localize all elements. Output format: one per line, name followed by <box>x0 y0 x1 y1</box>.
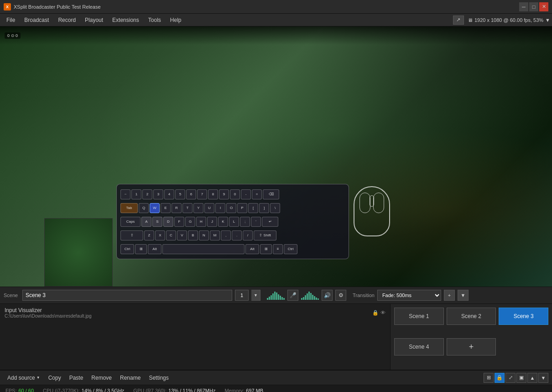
speaker-button[interactable]: 🔊 <box>322 290 333 301</box>
share-button[interactable]: ↗ <box>453 16 464 25</box>
mic-button[interactable]: 🎤 <box>287 290 298 301</box>
kb-j: J <box>207 217 217 227</box>
audio-settings-button[interactable]: ⚙ <box>335 290 346 301</box>
game-preview: 0 ⊙ 0 ~ 1 2 3 4 5 6 7 8 9 0 - = ⌫ <box>0 26 552 287</box>
hud-score: 0 ⊙ 0 <box>7 33 18 38</box>
preview-area: 0 ⊙ 0 ~ 1 2 3 4 5 6 7 8 9 0 - = ⌫ <box>0 26 552 287</box>
source-icons: 🔒 👁 <box>372 310 385 316</box>
move-down-button[interactable]: ▼ <box>538 373 548 383</box>
fps-stat: FPS: 60 / 60 <box>5 388 34 392</box>
menu-help[interactable]: Help <box>166 15 186 25</box>
kb-win-right: ⊞ <box>260 244 272 254</box>
audio-bar <box>276 293 277 300</box>
kb-row-3: Caps A S D F G H J K L ; ' ↵ <box>120 215 345 228</box>
scene-4-button[interactable]: Scene 4 <box>394 338 444 355</box>
expand-icon-button[interactable]: ⤢ <box>505 373 516 383</box>
kb-backspace: ⌫ <box>263 189 279 199</box>
copy-button[interactable]: Copy <box>45 373 65 382</box>
close-button[interactable]: ✕ <box>539 2 548 11</box>
audio-bar <box>267 298 268 300</box>
kb-a: A <box>141 217 151 227</box>
scene-2-button[interactable]: Scene 2 <box>447 308 496 325</box>
audio-bar <box>271 295 272 300</box>
menu-bar: File Broadcast Record Playout Extensions… <box>0 14 552 26</box>
scene-3-button[interactable]: Scene 3 <box>499 308 548 325</box>
scenes-panel: Scene 1 Scene 2 Scene 3 Scene 4 + <box>390 304 552 370</box>
cpu-label: CPU (i7-3770K): <box>43 388 80 392</box>
settings-button[interactable]: Settings <box>145 373 172 382</box>
menu-record[interactable]: Record <box>53 15 80 25</box>
transition-label: Transition <box>353 293 375 298</box>
restore-button[interactable]: □ <box>529 2 538 11</box>
transition-select[interactable]: Fade: 500ms Cut Stinger <box>377 290 441 301</box>
source-eye-icon[interactable]: 👁 <box>380 310 385 316</box>
resolution-dropdown[interactable]: ▼ <box>545 17 550 23</box>
game-hud-top: 0 ⊙ 0 <box>0 26 552 45</box>
source-toolbar: Add source ▼ Copy Paste Remove Rename Se… <box>0 370 552 385</box>
kb-d: D <box>163 217 173 227</box>
kb-s: S <box>152 217 162 227</box>
kb-9: 9 <box>219 189 229 199</box>
svg-point-5 <box>57 272 60 275</box>
audio-bar <box>312 295 313 300</box>
add-source-caret: ▼ <box>36 376 40 380</box>
kb-f: F <box>174 217 184 227</box>
menu-tools[interactable]: Tools <box>144 15 166 25</box>
fps-label: FPS: <box>5 388 16 392</box>
lock-icon-button[interactable]: 🔒 <box>495 373 505 383</box>
kb-g: G <box>185 217 195 227</box>
gpu-label: GPU (R7 360): <box>133 388 167 392</box>
audio-bar <box>274 292 276 300</box>
kb-row-1: ~ 1 2 3 4 5 6 7 8 9 0 - = ⌫ <box>120 188 345 200</box>
kb-b: B <box>188 230 198 240</box>
mouse-overlay <box>354 186 390 236</box>
kb-v: V <box>177 230 187 240</box>
mouse-scroll-wheel <box>370 195 374 207</box>
menu-extensions[interactable]: Extensions <box>108 15 144 25</box>
minimize-button[interactable]: ─ <box>519 2 528 11</box>
kb-minus: - <box>241 189 251 199</box>
menu-broadcast[interactable]: Broadcast <box>20 15 53 25</box>
mouse-left-button <box>359 193 370 213</box>
kb-slash: / <box>243 230 253 240</box>
kb-m: M <box>210 230 220 240</box>
transition-more-button[interactable]: ▼ <box>458 290 469 301</box>
mouse-right-button <box>373 193 384 213</box>
kb-c: C <box>166 230 176 240</box>
scene-number-dropdown[interactable]: ▼ <box>251 290 260 301</box>
cpu-value: 14% / 8% / 3.5GHz <box>82 388 125 392</box>
add-source-button[interactable]: Add source ▼ <box>4 373 44 382</box>
app-icon: X <box>4 3 11 10</box>
svg-point-2 <box>71 254 73 256</box>
scene-name-input[interactable] <box>22 290 232 301</box>
source-name: Input Visualizer <box>5 307 370 314</box>
audio-bar <box>305 295 306 300</box>
kb-6: 6 <box>186 189 196 199</box>
scene-1-button[interactable]: Scene 1 <box>394 308 444 325</box>
kb-k: K <box>218 217 228 227</box>
kb-r: R <box>172 203 182 213</box>
group-icon-button[interactable]: ⊞ <box>484 373 494 383</box>
audio-bar <box>280 296 281 300</box>
move-up-button[interactable]: ▲ <box>527 373 537 383</box>
status-bar: FPS: 60 / 60 CPU (i7-3770K): 14% / 8% / … <box>0 385 552 392</box>
paste-button[interactable]: Paste <box>66 373 87 382</box>
menu-playout[interactable]: Playout <box>80 15 108 25</box>
title-bar: X XSplit Broadcaster Public Test Release… <box>0 0 552 14</box>
kb-7: 7 <box>197 189 207 199</box>
source-lock-icon[interactable]: 🔒 <box>372 310 379 316</box>
svg-point-4 <box>89 240 92 243</box>
menu-file[interactable]: File <box>2 15 20 25</box>
transition-add-button[interactable]: + <box>444 290 455 301</box>
fps-value: 60 / 60 <box>18 388 34 392</box>
kb-row-4: ⇧ Z X C V B N M , . / ⇧ Shift <box>120 229 345 241</box>
remove-button[interactable]: Remove <box>88 373 115 382</box>
source-item[interactable]: Input Visualizer C:\Users\luvi\Downloads… <box>2 306 388 320</box>
rename-button[interactable]: Rename <box>116 373 144 382</box>
kb-5: 5 <box>175 189 185 199</box>
add-scene-button[interactable]: + <box>447 338 496 355</box>
kb-1: 1 <box>131 189 141 199</box>
crop-icon-button[interactable]: ▣ <box>516 373 526 383</box>
source-path: C:\Users\luvi\Downloads\maxresdefault.jp… <box>5 314 370 319</box>
kb-8: 8 <box>208 189 218 199</box>
